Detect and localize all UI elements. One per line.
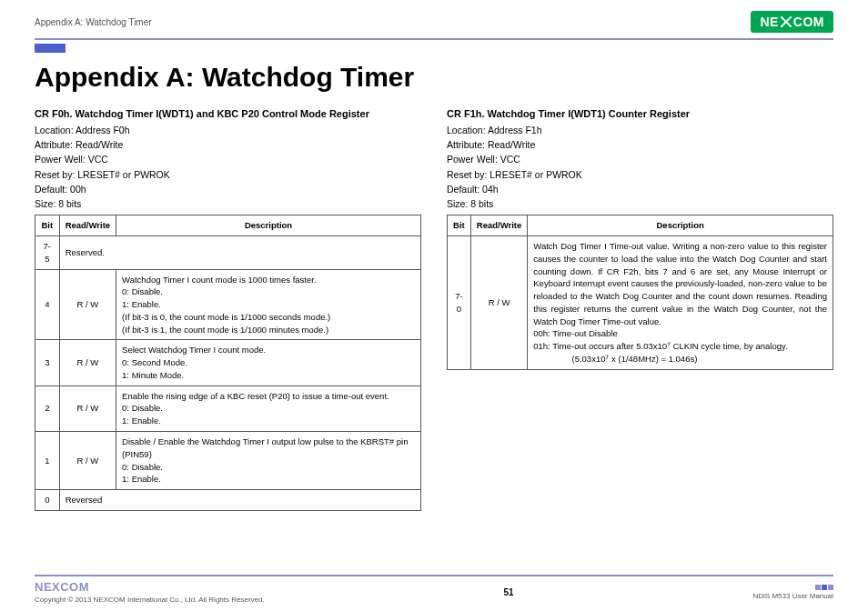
x-icon xyxy=(780,15,792,28)
table-row: 0Reversed xyxy=(35,490,421,511)
header-rule xyxy=(35,38,833,40)
register-table: Bit Read/Write Description 7-0R / WWatch… xyxy=(447,215,833,369)
cell-rw: R / W xyxy=(59,269,116,340)
meta-line: Size: 8 bits xyxy=(35,197,421,211)
page-title: Appendix A: Watchdog Timer xyxy=(35,62,833,93)
cell-desc: Disable / Enable the Watchdog Timer I ou… xyxy=(116,431,421,489)
left-column: CR F0h. Watchdog Timer I(WDT1) and KBC P… xyxy=(35,107,421,511)
page-header: Appendix A: Watchdog Timer NECOM xyxy=(0,0,868,38)
th-desc: Description xyxy=(116,215,421,236)
doc-title: NDiS M533 User Manual xyxy=(753,592,833,600)
cell-rw: R / W xyxy=(470,236,527,370)
copyright-text: Copyright © 2013 NEXCOM International Co… xyxy=(35,596,265,604)
register-meta: Location: Address F0hAttribute: Read/Wri… xyxy=(35,124,421,211)
meta-line: Attribute: Read/Write xyxy=(447,138,833,152)
meta-line: Reset by: LRESET# or PWROK xyxy=(447,168,833,182)
table-row: 3R / WSelect Watchdog Timer I count mode… xyxy=(35,340,421,386)
cell-rw: R / W xyxy=(59,340,116,386)
register-heading: CR F1h. Watchdog Timer I(WDT1) Counter R… xyxy=(447,107,833,122)
table-row: 4R / WWatchdog Timer I count mode is 100… xyxy=(35,269,421,340)
table-row: 7-5Reserved. xyxy=(35,236,421,270)
brand-logo: NECOM xyxy=(751,11,833,33)
table-row: 1R / WDisable / Enable the Watchdog Time… xyxy=(35,431,421,489)
page-number: 51 xyxy=(504,587,514,597)
th-bit: Bit xyxy=(35,215,60,236)
meta-line: Default: 00h xyxy=(35,183,421,196)
cell-desc: Enable the rising edge of a KBC reset (P… xyxy=(116,386,421,431)
cell-bit: 4 xyxy=(35,269,60,340)
cell-bit: 3 xyxy=(35,340,60,386)
footer-rule xyxy=(35,575,833,576)
main-content: Appendix A: Watchdog Timer CR F0h. Watch… xyxy=(0,62,868,511)
meta-line: Power Well: VCC xyxy=(35,153,421,166)
table-row: 7-0R / WWatch Dog Timer I Time-out value… xyxy=(448,236,833,370)
meta-line: Reset by: LRESET# or PWROK xyxy=(35,168,421,182)
cell-bit: 7-5 xyxy=(35,236,60,270)
cell-rw: R / W xyxy=(59,431,116,489)
footer-ornament xyxy=(815,585,833,590)
meta-line: Power Well: VCC xyxy=(447,153,833,166)
meta-line: Location: Address F1h xyxy=(447,124,833,137)
th-rw: Read/Write xyxy=(59,215,116,236)
register-meta: Location: Address F1hAttribute: Read/Wri… xyxy=(447,124,833,211)
meta-line: Attribute: Read/Write xyxy=(35,138,421,152)
right-column: CR F1h. Watchdog Timer I(WDT1) Counter R… xyxy=(447,107,833,511)
header-section: Appendix A: Watchdog Timer xyxy=(35,17,152,27)
th-rw: Read/Write xyxy=(470,215,527,236)
cell-bit: 0 xyxy=(35,490,60,511)
cell-bit: 1 xyxy=(35,431,60,489)
table-row: 2R / WEnable the rising edge of a KBC re… xyxy=(35,386,421,431)
meta-line: Size: 8 bits xyxy=(447,197,833,211)
register-heading: CR F0h. Watchdog Timer I(WDT1) and KBC P… xyxy=(35,107,421,122)
cell-desc: Watchdog Timer I count mode is 1000 time… xyxy=(116,269,421,340)
cell-rw: Reserved. xyxy=(59,236,420,270)
meta-line: Default: 04h xyxy=(447,183,833,196)
cell-bit: 2 xyxy=(35,386,60,431)
register-table: Bit Read/Write Description 7-5Reserved.4… xyxy=(35,215,421,511)
meta-line: Location: Address F0h xyxy=(35,124,421,137)
footer-logo: NEXCOM xyxy=(35,580,265,594)
th-desc: Description xyxy=(528,215,833,236)
th-bit: Bit xyxy=(448,215,471,236)
page-footer: NEXCOM Copyright © 2013 NEXCOM Internati… xyxy=(0,575,868,611)
cell-bit: 7-0 xyxy=(448,236,471,370)
cell-rw: Reversed xyxy=(59,490,420,511)
accent-bar xyxy=(35,44,66,53)
cell-desc: Select Watchdog Timer I count mode.0: Se… xyxy=(116,340,421,386)
cell-rw: R / W xyxy=(59,386,116,431)
cell-desc: Watch Dog Timer I Time-out value. Writin… xyxy=(528,236,833,370)
